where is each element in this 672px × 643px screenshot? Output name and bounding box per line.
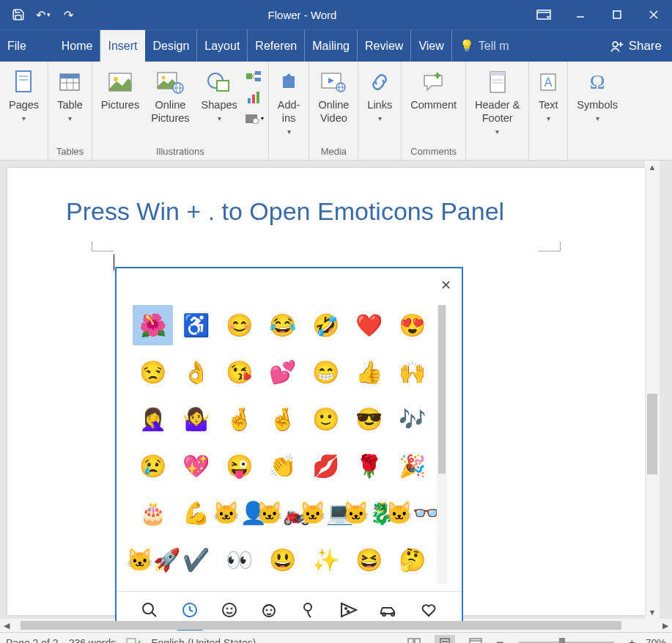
scroll-track[interactable] (645, 174, 660, 606)
emoji-cell[interactable]: ♿ (176, 305, 216, 345)
vertical-scrollbar[interactable]: ▲ ▼ (645, 161, 660, 619)
emoji-cell[interactable]: 😘 (219, 352, 259, 392)
minimize-icon[interactable] (562, 0, 599, 29)
zoom-percent[interactable]: 70% (646, 637, 666, 644)
pages-button[interactable]: Pages ▾ (4, 65, 43, 144)
emoji-cell[interactable]: 😃 (262, 540, 303, 580)
emoji-cell[interactable]: 😊 (219, 305, 259, 345)
emoji-cell[interactable]: ❤️ (349, 305, 389, 345)
emoji-cell[interactable]: 😍 (392, 305, 432, 345)
emoji-cell[interactable]: 🤞 (219, 399, 259, 439)
emoji-cell[interactable]: 💋 (306, 446, 346, 486)
emoji-cell[interactable]: 😁 (306, 352, 346, 392)
tab-view[interactable]: View (411, 30, 451, 62)
zoom-out-button[interactable]: − (496, 635, 504, 643)
addins-button[interactable]: Add- ins ▾ (273, 65, 305, 144)
maximize-icon[interactable] (599, 0, 635, 29)
tab-mailing[interactable]: Mailing (305, 30, 358, 62)
emoji-cell[interactable]: 🐱‍👓 (392, 493, 432, 533)
word-count[interactable]: 236 words (69, 637, 117, 644)
document-page[interactable]: Press Win + . to Open Emoticons Panel ✕ … (7, 168, 645, 615)
emoji-cell[interactable]: 👏 (262, 446, 303, 486)
online-video-button[interactable]: Online Video (314, 65, 353, 144)
symbols-button[interactable]: Ω Symbols ▾ (572, 65, 622, 144)
tell-me[interactable]: 💡 Tell m (452, 30, 517, 62)
emoji-cell[interactable]: 🙂 (306, 399, 346, 439)
web-layout-icon[interactable] (465, 635, 486, 644)
spellcheck-icon[interactable] (126, 637, 141, 644)
emoji-cell[interactable]: 😢 (133, 446, 173, 486)
emoji-cell[interactable]: 🌹 (349, 446, 389, 486)
emoji-cell[interactable]: 🤦‍♀️ (133, 399, 173, 439)
emoji-cell[interactable]: 🤷‍♀️ (176, 399, 216, 439)
emoji-cell[interactable]: 😂 (262, 305, 303, 345)
smartart-icon[interactable] (245, 69, 264, 85)
emoji-cell[interactable]: ✔️ (176, 540, 216, 580)
emoji-cell[interactable]: 😜 (219, 446, 259, 486)
scroll-up-icon[interactable]: ▲ (649, 161, 657, 174)
emoji-scrollbar[interactable] (437, 305, 447, 584)
scroll-thumb[interactable] (647, 394, 657, 474)
tab-file[interactable]: File (0, 30, 40, 62)
links-button[interactable]: Links ▾ (363, 65, 396, 144)
emoji-cell[interactable]: 👌 (176, 352, 216, 392)
print-layout-icon[interactable] (435, 635, 455, 644)
tab-design[interactable]: Design (145, 30, 197, 62)
page-indicator[interactable]: Page 2 of 2 (6, 637, 59, 644)
shapes-button[interactable]: Shapes ▾ (197, 65, 242, 144)
tab-layout[interactable]: Layout (197, 30, 248, 62)
zoom-thumb[interactable] (559, 638, 565, 644)
emoji-cell[interactable]: 💕 (262, 352, 303, 392)
share-button[interactable]: Share (599, 30, 672, 62)
redo-icon[interactable]: ↷ (57, 4, 79, 26)
online-pictures-button[interactable]: Online Pictures (147, 65, 193, 144)
screenshot-icon[interactable]: ▾ (245, 110, 264, 126)
tab-home[interactable]: Home (54, 30, 101, 62)
emoji-cell[interactable]: 💖 (176, 446, 216, 486)
emoji-cell[interactable]: 👀 (219, 540, 259, 580)
svg-rect-31 (248, 98, 251, 103)
tab-review[interactable]: Review (358, 30, 411, 62)
scroll-thumb[interactable] (438, 305, 446, 474)
zoom-in-button[interactable]: + (629, 636, 635, 644)
tab-insert[interactable]: Insert (100, 30, 145, 62)
scroll-down-icon[interactable]: ▼ (649, 606, 657, 619)
emoji-cell[interactable]: 🎂 (133, 493, 173, 533)
emoji-cell[interactable]: 🙌 (392, 352, 432, 392)
emoji-cell[interactable]: 🐱‍🏍 (262, 493, 303, 533)
language-indicator[interactable]: English (United States) (151, 637, 256, 644)
pictures-button[interactable]: Pictures (97, 65, 144, 144)
text-button[interactable]: A Text ▾ (533, 65, 563, 144)
emoji-cell[interactable]: 🤞 (262, 399, 303, 439)
emoji-cell[interactable]: 🤣 (306, 305, 346, 345)
emoji-cell[interactable]: 🐱‍👤 (219, 493, 259, 533)
emoji-cell[interactable]: 😆 (349, 540, 389, 580)
emoji-cell[interactable]: 🐱‍🐉 (349, 493, 389, 533)
emoji-cell[interactable]: 💪 (176, 493, 216, 533)
chart-icon[interactable] (245, 89, 264, 106)
scroll-thumb[interactable] (21, 621, 621, 630)
emoji-cell[interactable]: 🌺 (133, 305, 173, 345)
read-mode-icon[interactable] (404, 635, 424, 644)
emoji-cell[interactable]: 😒 (133, 352, 173, 392)
tab-referen[interactable]: Referen (248, 30, 305, 62)
close-icon[interactable] (635, 0, 672, 29)
header-footer-button[interactable]: Header & Footer ▾ (470, 65, 524, 144)
emoji-cell[interactable]: ✨ (306, 540, 346, 580)
emoji-cell[interactable]: 🐱‍💻 (306, 493, 346, 533)
close-icon[interactable]: ✕ (437, 274, 454, 296)
emoji-cell[interactable]: 🐱‍🚀 (133, 540, 173, 580)
scroll-right-icon[interactable]: ▶ (659, 621, 672, 631)
emoji-cell[interactable]: 👍 (349, 352, 389, 392)
save-icon[interactable] (7, 4, 29, 26)
ribbon-options-icon[interactable] (525, 0, 562, 29)
table-button[interactable]: Table ▾ (53, 65, 87, 144)
emoji-cell[interactable]: 🎉 (392, 446, 432, 486)
undo-icon[interactable]: ↶ ▾ (32, 4, 54, 26)
emoji-cell[interactable]: 🤔 (392, 540, 432, 580)
horizontal-scrollbar[interactable]: ◀ ▶ (0, 619, 672, 632)
emoji-cell[interactable]: 🎶 (392, 399, 432, 439)
comment-button[interactable]: Comment (406, 65, 461, 144)
scroll-left-icon[interactable]: ◀ (0, 621, 13, 631)
emoji-cell[interactable]: 😎 (349, 399, 389, 439)
